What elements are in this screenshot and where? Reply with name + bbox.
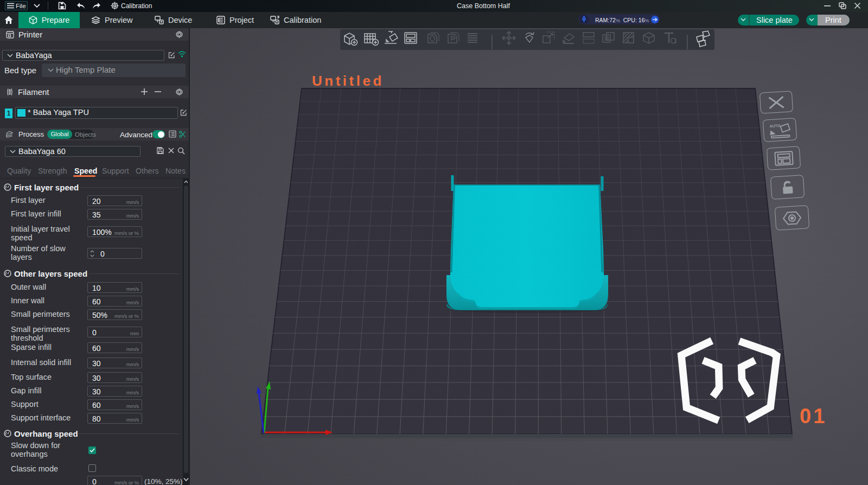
svg-text:AUTO: AUTO (769, 123, 781, 127)
